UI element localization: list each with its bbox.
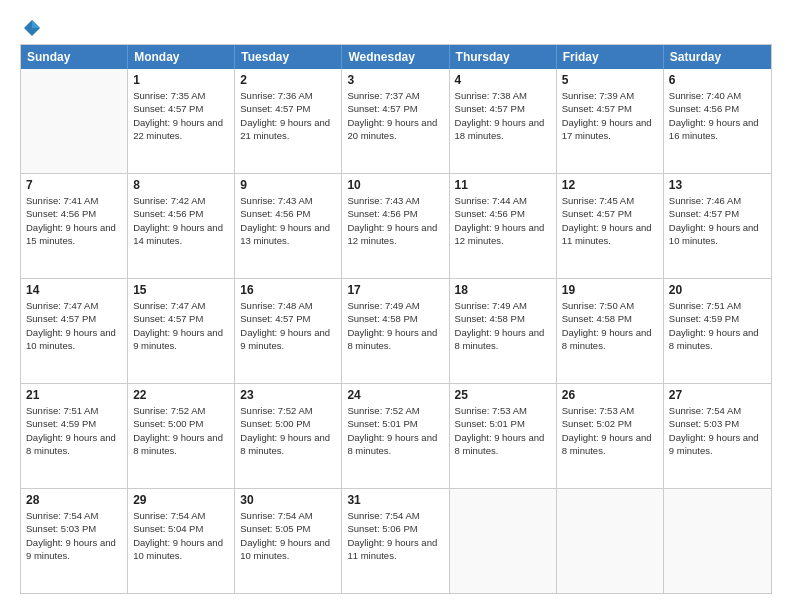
cell-info: Sunrise: 7:47 AMSunset: 4:57 PMDaylight:… (26, 299, 122, 352)
cal-cell: 17Sunrise: 7:49 AMSunset: 4:58 PMDayligh… (342, 279, 449, 383)
cal-cell: 3Sunrise: 7:37 AMSunset: 4:57 PMDaylight… (342, 69, 449, 173)
day-number: 29 (133, 493, 229, 507)
cell-info: Sunrise: 7:52 AMSunset: 5:00 PMDaylight:… (133, 404, 229, 457)
cell-info: Sunrise: 7:45 AMSunset: 4:57 PMDaylight:… (562, 194, 658, 247)
day-number: 5 (562, 73, 658, 87)
day-number: 2 (240, 73, 336, 87)
day-number: 1 (133, 73, 229, 87)
day-number: 17 (347, 283, 443, 297)
cell-info: Sunrise: 7:49 AMSunset: 4:58 PMDaylight:… (347, 299, 443, 352)
cell-info: Sunrise: 7:53 AMSunset: 5:02 PMDaylight:… (562, 404, 658, 457)
day-number: 12 (562, 178, 658, 192)
cal-cell (664, 489, 771, 593)
cell-info: Sunrise: 7:48 AMSunset: 4:57 PMDaylight:… (240, 299, 336, 352)
day-number: 9 (240, 178, 336, 192)
cal-cell: 2Sunrise: 7:36 AMSunset: 4:57 PMDaylight… (235, 69, 342, 173)
day-header-tuesday: Tuesday (235, 45, 342, 69)
cal-cell: 26Sunrise: 7:53 AMSunset: 5:02 PMDayligh… (557, 384, 664, 488)
day-header-wednesday: Wednesday (342, 45, 449, 69)
day-number: 31 (347, 493, 443, 507)
day-number: 20 (669, 283, 766, 297)
logo-icon (22, 18, 42, 38)
cal-cell: 29Sunrise: 7:54 AMSunset: 5:04 PMDayligh… (128, 489, 235, 593)
cell-info: Sunrise: 7:38 AMSunset: 4:57 PMDaylight:… (455, 89, 551, 142)
cell-info: Sunrise: 7:51 AMSunset: 4:59 PMDaylight:… (26, 404, 122, 457)
cal-cell: 4Sunrise: 7:38 AMSunset: 4:57 PMDaylight… (450, 69, 557, 173)
cell-info: Sunrise: 7:53 AMSunset: 5:01 PMDaylight:… (455, 404, 551, 457)
page: SundayMondayTuesdayWednesdayThursdayFrid… (0, 0, 792, 612)
day-number: 10 (347, 178, 443, 192)
day-number: 30 (240, 493, 336, 507)
week-row-3: 21Sunrise: 7:51 AMSunset: 4:59 PMDayligh… (21, 384, 771, 489)
cal-cell: 27Sunrise: 7:54 AMSunset: 5:03 PMDayligh… (664, 384, 771, 488)
cal-cell: 16Sunrise: 7:48 AMSunset: 4:57 PMDayligh… (235, 279, 342, 383)
cell-info: Sunrise: 7:43 AMSunset: 4:56 PMDaylight:… (347, 194, 443, 247)
cal-cell: 18Sunrise: 7:49 AMSunset: 4:58 PMDayligh… (450, 279, 557, 383)
day-number: 3 (347, 73, 443, 87)
day-number: 23 (240, 388, 336, 402)
day-number: 22 (133, 388, 229, 402)
cal-cell: 15Sunrise: 7:47 AMSunset: 4:57 PMDayligh… (128, 279, 235, 383)
day-header-monday: Monday (128, 45, 235, 69)
day-header-saturday: Saturday (664, 45, 771, 69)
day-number: 28 (26, 493, 122, 507)
cal-cell: 5Sunrise: 7:39 AMSunset: 4:57 PMDaylight… (557, 69, 664, 173)
cell-info: Sunrise: 7:41 AMSunset: 4:56 PMDaylight:… (26, 194, 122, 247)
cell-info: Sunrise: 7:54 AMSunset: 5:03 PMDaylight:… (669, 404, 766, 457)
week-row-2: 14Sunrise: 7:47 AMSunset: 4:57 PMDayligh… (21, 279, 771, 384)
day-number: 8 (133, 178, 229, 192)
cal-cell: 13Sunrise: 7:46 AMSunset: 4:57 PMDayligh… (664, 174, 771, 278)
day-number: 18 (455, 283, 551, 297)
day-number: 27 (669, 388, 766, 402)
cal-cell: 28Sunrise: 7:54 AMSunset: 5:03 PMDayligh… (21, 489, 128, 593)
day-header-thursday: Thursday (450, 45, 557, 69)
cal-cell: 14Sunrise: 7:47 AMSunset: 4:57 PMDayligh… (21, 279, 128, 383)
day-number: 7 (26, 178, 122, 192)
day-number: 13 (669, 178, 766, 192)
cell-info: Sunrise: 7:35 AMSunset: 4:57 PMDaylight:… (133, 89, 229, 142)
cal-cell: 21Sunrise: 7:51 AMSunset: 4:59 PMDayligh… (21, 384, 128, 488)
cell-info: Sunrise: 7:36 AMSunset: 4:57 PMDaylight:… (240, 89, 336, 142)
cell-info: Sunrise: 7:43 AMSunset: 4:56 PMDaylight:… (240, 194, 336, 247)
cell-info: Sunrise: 7:40 AMSunset: 4:56 PMDaylight:… (669, 89, 766, 142)
cal-cell: 12Sunrise: 7:45 AMSunset: 4:57 PMDayligh… (557, 174, 664, 278)
cell-info: Sunrise: 7:49 AMSunset: 4:58 PMDaylight:… (455, 299, 551, 352)
cal-cell: 6Sunrise: 7:40 AMSunset: 4:56 PMDaylight… (664, 69, 771, 173)
calendar-body: 1Sunrise: 7:35 AMSunset: 4:57 PMDaylight… (21, 69, 771, 593)
day-number: 4 (455, 73, 551, 87)
day-header-sunday: Sunday (21, 45, 128, 69)
cal-cell: 9Sunrise: 7:43 AMSunset: 4:56 PMDaylight… (235, 174, 342, 278)
cell-info: Sunrise: 7:52 AMSunset: 5:01 PMDaylight:… (347, 404, 443, 457)
day-number: 25 (455, 388, 551, 402)
cell-info: Sunrise: 7:54 AMSunset: 5:03 PMDaylight:… (26, 509, 122, 562)
cell-info: Sunrise: 7:54 AMSunset: 5:04 PMDaylight:… (133, 509, 229, 562)
day-number: 19 (562, 283, 658, 297)
day-number: 26 (562, 388, 658, 402)
cell-info: Sunrise: 7:50 AMSunset: 4:58 PMDaylight:… (562, 299, 658, 352)
cell-info: Sunrise: 7:47 AMSunset: 4:57 PMDaylight:… (133, 299, 229, 352)
week-row-1: 7Sunrise: 7:41 AMSunset: 4:56 PMDaylight… (21, 174, 771, 279)
cal-cell: 25Sunrise: 7:53 AMSunset: 5:01 PMDayligh… (450, 384, 557, 488)
cal-cell: 8Sunrise: 7:42 AMSunset: 4:56 PMDaylight… (128, 174, 235, 278)
day-number: 11 (455, 178, 551, 192)
cell-info: Sunrise: 7:51 AMSunset: 4:59 PMDaylight:… (669, 299, 766, 352)
cal-cell: 10Sunrise: 7:43 AMSunset: 4:56 PMDayligh… (342, 174, 449, 278)
cal-cell (21, 69, 128, 173)
cal-cell: 24Sunrise: 7:52 AMSunset: 5:01 PMDayligh… (342, 384, 449, 488)
day-number: 24 (347, 388, 443, 402)
cal-cell: 7Sunrise: 7:41 AMSunset: 4:56 PMDaylight… (21, 174, 128, 278)
cal-cell: 31Sunrise: 7:54 AMSunset: 5:06 PMDayligh… (342, 489, 449, 593)
svg-marker-1 (32, 20, 40, 28)
cell-info: Sunrise: 7:37 AMSunset: 4:57 PMDaylight:… (347, 89, 443, 142)
cal-cell: 11Sunrise: 7:44 AMSunset: 4:56 PMDayligh… (450, 174, 557, 278)
calendar-header: SundayMondayTuesdayWednesdayThursdayFrid… (21, 45, 771, 69)
cell-info: Sunrise: 7:39 AMSunset: 4:57 PMDaylight:… (562, 89, 658, 142)
day-header-friday: Friday (557, 45, 664, 69)
calendar: SundayMondayTuesdayWednesdayThursdayFrid… (20, 44, 772, 594)
header (20, 18, 772, 34)
cal-cell: 19Sunrise: 7:50 AMSunset: 4:58 PMDayligh… (557, 279, 664, 383)
cal-cell: 23Sunrise: 7:52 AMSunset: 5:00 PMDayligh… (235, 384, 342, 488)
cal-cell (557, 489, 664, 593)
day-number: 14 (26, 283, 122, 297)
cal-cell (450, 489, 557, 593)
